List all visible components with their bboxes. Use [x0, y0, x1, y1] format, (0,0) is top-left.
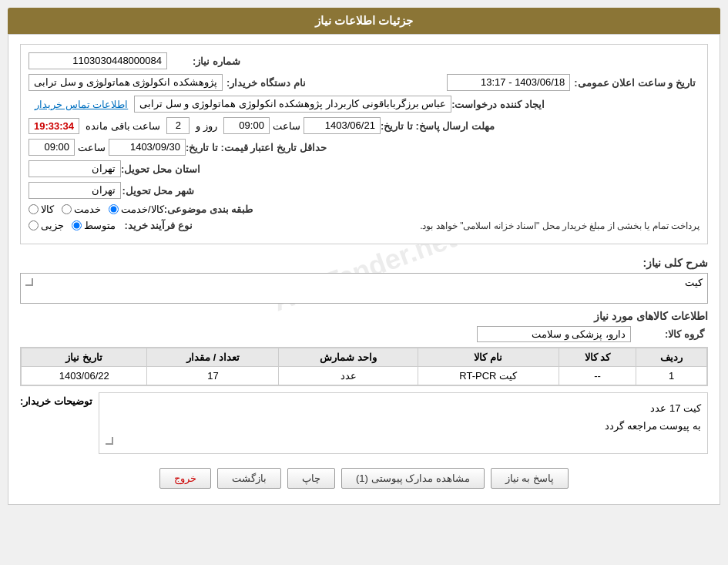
need-description-title: شرح کلی نیاز:: [20, 257, 708, 269]
reply-button[interactable]: پاسخ به نیاز: [491, 468, 569, 489]
announcement-date-value: 1403/06/18 - 13:17: [447, 74, 570, 91]
buyer-notes-label: توضیحات خریدار:: [20, 392, 99, 407]
category-radio-service-goods[interactable]: [109, 204, 119, 214]
category-radio-goods[interactable]: [29, 204, 39, 214]
col-code: کد کالا: [559, 348, 636, 367]
print-button[interactable]: چاپ: [287, 468, 335, 489]
requester-label: ایجاد کننده درخواست:: [451, 99, 549, 110]
goods-category-label: گروه کالا:: [631, 328, 708, 340]
col-quantity: تعداد / مقدار: [147, 348, 279, 367]
validity-date: 1403/09/30: [109, 139, 186, 156]
purchase-type-label: نوع فرآیند خرید:: [119, 220, 196, 231]
city-label: شهر محل تحویل:: [121, 185, 198, 197]
purchase-type-radio-medium[interactable]: [72, 220, 82, 230]
province-label: استان محل تحویل:: [121, 163, 204, 175]
cell-code: --: [559, 367, 636, 385]
deadline-time: 09:00: [223, 117, 270, 134]
remaining-label: ساعت باقی مانده: [86, 120, 160, 132]
view-docs-button[interactable]: مشاهده مدارک پیوستی (1): [341, 468, 485, 489]
col-unit: واحد شمارش: [279, 348, 418, 367]
announcement-date-label: تاریخ و ساعت اعلان عمومی:: [574, 77, 699, 89]
cell-quantity: 17: [147, 367, 279, 385]
buyer-name-value: پژوهشکده انکولوژی هماتولوژی و سل ترابی: [29, 74, 223, 91]
validity-time-label: ساعت: [78, 142, 106, 153]
cell-unit: عدد: [279, 367, 418, 385]
notes-line-2: به پیوست مراجعه گردد: [106, 417, 701, 435]
resize-icon[interactable]: [25, 278, 33, 286]
goods-table: ردیف کد کالا نام کالا واحد شمارش تعداد /…: [20, 347, 708, 386]
category-option-service[interactable]: خدمت: [62, 203, 101, 215]
notes-line-1: کیت 17 عدد: [106, 399, 701, 417]
footer-buttons: پاسخ به نیاز مشاهده مدارک پیوستی (1) چاپ…: [20, 462, 708, 495]
purchase-type-partial-label: جزیی: [41, 220, 64, 231]
deadline-label: مهلت ارسال پاسخ: تا تاریخ:: [381, 120, 498, 132]
category-option-goods[interactable]: کالا: [29, 203, 54, 215]
purchase-type-medium-label: متوسط: [84, 220, 116, 231]
cell-name: کیت RT-PCR: [418, 367, 559, 385]
purchase-type-medium[interactable]: متوسط: [72, 220, 116, 231]
cell-date: 1403/06/22: [22, 367, 147, 385]
category-option-service-label: خدمت: [74, 203, 101, 215]
exit-button[interactable]: خروج: [159, 468, 211, 489]
need-description-value: کیت: [685, 277, 703, 288]
goods-info-title: اطلاعات کالاهای مورد نیاز: [20, 310, 708, 322]
col-date: تاریخ نیاز: [22, 348, 147, 367]
category-label: طبقه بندی موضوعی:: [164, 203, 257, 215]
deadline-days: 2: [166, 117, 190, 134]
back-button[interactable]: بازگشت: [217, 468, 281, 489]
buyer-name-label: نام دستگاه خریدار:: [226, 77, 310, 89]
purchase-note: پرداخت تمام یا بخشی از مبلغ خریدار محل "…: [196, 220, 699, 231]
deadline-days-label: روز و: [196, 120, 217, 132]
purchase-type-partial[interactable]: جزیی: [29, 220, 64, 231]
purchase-type-radio-group: متوسط جزیی: [29, 220, 116, 231]
need-number-label: شماره نیاز:: [167, 55, 244, 67]
remaining-time: 19:33:34: [29, 118, 79, 134]
need-number-value: 1103030448000084: [29, 52, 167, 69]
category-radio-group: کالا/خدمت خدمت کالا: [29, 203, 164, 215]
buyer-notes-row: کیت 17 عدد به پیوست مراجعه گردد توضیحات …: [20, 392, 708, 454]
goods-category-value: دارو، پزشکی و سلامت: [477, 326, 631, 342]
contact-link[interactable]: اطلاعات تماس خریدار: [35, 99, 128, 110]
notes-resize-icon[interactable]: [106, 437, 113, 445]
col-row: ردیف: [636, 348, 707, 367]
table-row: 1 -- کیت RT-PCR عدد 17 1403/06/22: [22, 367, 707, 385]
col-name: نام کالا: [418, 348, 559, 367]
cell-row: 1: [636, 367, 707, 385]
validity-label: حداقل تاریخ اعتبار قیمت: تا تاریخ:: [186, 142, 330, 153]
province-value: تهران: [29, 160, 121, 177]
category-option-goods-label: کالا: [41, 203, 54, 215]
category-option-service-goods-label: کالا/خدمت: [121, 203, 164, 215]
category-radio-service[interactable]: [62, 204, 72, 214]
purchase-type-radio-partial[interactable]: [29, 220, 39, 230]
page-title: جزئیات اطلاعات نیاز: [8, 8, 720, 34]
city-value: تهران: [29, 182, 121, 199]
validity-time: 09:00: [29, 139, 75, 156]
requester-value: عباس برزگرباباقونی کاربردار پژوهشکده انک…: [134, 96, 451, 113]
deadline-time-label: ساعت: [273, 120, 300, 132]
deadline-date: 1403/06/21: [304, 117, 381, 134]
category-option-service-goods[interactable]: کالا/خدمت: [109, 203, 164, 215]
